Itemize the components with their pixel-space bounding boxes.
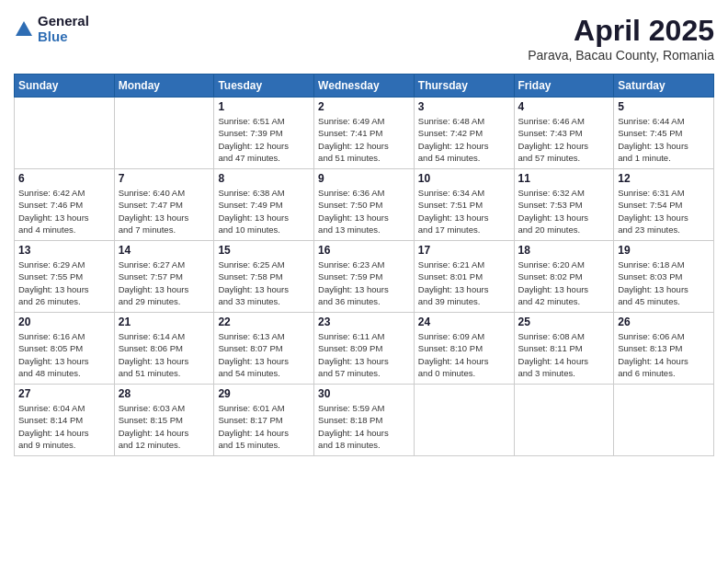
- day-number: 17: [418, 244, 510, 257]
- calendar-cell: 14Sunrise: 6:27 AM Sunset: 7:57 PM Dayli…: [114, 241, 214, 313]
- calendar-cell: 4Sunrise: 6:46 AM Sunset: 7:43 PM Daylig…: [514, 98, 614, 169]
- day-number: 28: [119, 387, 210, 400]
- day-number: 11: [518, 172, 610, 185]
- day-info: Sunrise: 6:34 AM Sunset: 7:51 PM Dayligh…: [418, 187, 510, 236]
- day-number: 16: [318, 244, 410, 257]
- week-row-2: 6Sunrise: 6:42 AM Sunset: 7:46 PM Daylig…: [15, 169, 714, 241]
- day-info: Sunrise: 6:48 AM Sunset: 7:42 PM Dayligh…: [418, 115, 510, 164]
- day-info: Sunrise: 6:04 AM Sunset: 8:14 PM Dayligh…: [18, 402, 110, 451]
- calendar-cell: 5Sunrise: 6:44 AM Sunset: 7:45 PM Daylig…: [614, 98, 714, 169]
- page-header: General Blue April 2025 Parava, Bacau Co…: [14, 14, 714, 63]
- day-number: 22: [218, 316, 310, 328]
- week-row-5: 27Sunrise: 6:04 AM Sunset: 8:14 PM Dayli…: [15, 385, 714, 456]
- month-title: April 2025: [528, 14, 714, 48]
- calendar-cell: 15Sunrise: 6:25 AM Sunset: 7:58 PM Dayli…: [214, 241, 314, 313]
- day-number: 1: [218, 100, 310, 113]
- day-info: Sunrise: 6:21 AM Sunset: 8:01 PM Dayligh…: [418, 259, 510, 307]
- day-info: Sunrise: 6:06 AM Sunset: 8:13 PM Dayligh…: [618, 330, 710, 379]
- calendar-table: SundayMondayTuesdayWednesdayThursdayFrid…: [14, 74, 714, 456]
- calendar-cell: 12Sunrise: 6:31 AM Sunset: 7:54 PM Dayli…: [614, 169, 714, 241]
- day-number: 12: [618, 172, 710, 185]
- logo-general-text: General: [38, 14, 89, 29]
- day-info: Sunrise: 6:03 AM Sunset: 8:15 PM Dayligh…: [119, 402, 210, 451]
- logo-icon: [14, 19, 34, 40]
- calendar-cell: 7Sunrise: 6:40 AM Sunset: 7:47 PM Daylig…: [114, 169, 214, 241]
- week-row-4: 20Sunrise: 6:16 AM Sunset: 8:05 PM Dayli…: [15, 313, 714, 385]
- day-info: Sunrise: 6:18 AM Sunset: 8:03 PM Dayligh…: [618, 259, 710, 307]
- calendar-cell: 6Sunrise: 6:42 AM Sunset: 7:46 PM Daylig…: [15, 169, 115, 241]
- calendar-cell: 2Sunrise: 6:49 AM Sunset: 7:41 PM Daylig…: [314, 98, 415, 169]
- week-row-3: 13Sunrise: 6:29 AM Sunset: 7:55 PM Dayli…: [15, 241, 714, 313]
- day-info: Sunrise: 6:46 AM Sunset: 7:43 PM Dayligh…: [518, 115, 610, 164]
- day-info: Sunrise: 6:38 AM Sunset: 7:49 PM Dayligh…: [218, 187, 310, 236]
- calendar-cell: [614, 385, 714, 456]
- day-number: 25: [518, 316, 610, 328]
- calendar-cell: 20Sunrise: 6:16 AM Sunset: 8:05 PM Dayli…: [15, 313, 115, 385]
- day-number: 9: [318, 172, 410, 185]
- calendar-cell: 29Sunrise: 6:01 AM Sunset: 8:17 PM Dayli…: [214, 385, 314, 456]
- day-number: 6: [18, 172, 110, 185]
- calendar-cell: 10Sunrise: 6:34 AM Sunset: 7:51 PM Dayli…: [414, 169, 514, 241]
- day-number: 27: [18, 387, 110, 400]
- calendar-cell: 18Sunrise: 6:20 AM Sunset: 8:02 PM Dayli…: [514, 241, 614, 313]
- calendar-cell: 16Sunrise: 6:23 AM Sunset: 7:59 PM Dayli…: [314, 241, 415, 313]
- calendar-cell: 9Sunrise: 6:36 AM Sunset: 7:50 PM Daylig…: [314, 169, 415, 241]
- location: Parava, Bacau County, Romania: [528, 48, 714, 63]
- day-info: Sunrise: 6:09 AM Sunset: 8:10 PM Dayligh…: [418, 330, 510, 379]
- day-info: Sunrise: 6:16 AM Sunset: 8:05 PM Dayligh…: [18, 330, 110, 379]
- day-header-saturday: Saturday: [614, 75, 714, 98]
- day-number: 20: [18, 316, 110, 328]
- title-section: April 2025 Parava, Bacau County, Romania: [528, 14, 714, 63]
- day-number: 5: [618, 100, 710, 113]
- logo: General Blue: [14, 14, 89, 44]
- calendar-header-row: SundayMondayTuesdayWednesdayThursdayFrid…: [15, 75, 714, 98]
- calendar-cell: 13Sunrise: 6:29 AM Sunset: 7:55 PM Dayli…: [15, 241, 115, 313]
- day-header-tuesday: Tuesday: [214, 75, 314, 98]
- calendar-cell: 23Sunrise: 6:11 AM Sunset: 8:09 PM Dayli…: [314, 313, 415, 385]
- day-header-thursday: Thursday: [414, 75, 514, 98]
- day-info: Sunrise: 6:20 AM Sunset: 8:02 PM Dayligh…: [518, 259, 610, 307]
- calendar-cell: 26Sunrise: 6:06 AM Sunset: 8:13 PM Dayli…: [614, 313, 714, 385]
- calendar-cell: 21Sunrise: 6:14 AM Sunset: 8:06 PM Dayli…: [114, 313, 214, 385]
- calendar-cell: 25Sunrise: 6:08 AM Sunset: 8:11 PM Dayli…: [514, 313, 614, 385]
- day-info: Sunrise: 6:49 AM Sunset: 7:41 PM Dayligh…: [318, 115, 410, 164]
- day-info: Sunrise: 6:51 AM Sunset: 7:39 PM Dayligh…: [218, 115, 310, 164]
- calendar-cell: 24Sunrise: 6:09 AM Sunset: 8:10 PM Dayli…: [414, 313, 514, 385]
- day-number: 30: [318, 387, 410, 400]
- day-number: 21: [119, 316, 210, 328]
- day-info: Sunrise: 6:25 AM Sunset: 7:58 PM Dayligh…: [218, 259, 310, 307]
- calendar-cell: 28Sunrise: 6:03 AM Sunset: 8:15 PM Dayli…: [114, 385, 214, 456]
- day-number: 4: [518, 100, 610, 113]
- calendar-cell: 17Sunrise: 6:21 AM Sunset: 8:01 PM Dayli…: [414, 241, 514, 313]
- day-number: 13: [18, 244, 110, 257]
- calendar-cell: 30Sunrise: 5:59 AM Sunset: 8:18 PM Dayli…: [314, 385, 415, 456]
- day-header-wednesday: Wednesday: [314, 75, 415, 98]
- calendar-cell: [15, 98, 115, 169]
- day-number: 18: [518, 244, 610, 257]
- calendar-cell: [114, 98, 214, 169]
- day-number: 2: [318, 100, 410, 113]
- day-number: 3: [418, 100, 510, 113]
- day-header-friday: Friday: [514, 75, 614, 98]
- day-number: 19: [618, 244, 710, 257]
- day-info: Sunrise: 5:59 AM Sunset: 8:18 PM Dayligh…: [318, 402, 410, 451]
- calendar-cell: 1Sunrise: 6:51 AM Sunset: 7:39 PM Daylig…: [214, 98, 314, 169]
- day-header-sunday: Sunday: [15, 75, 115, 98]
- day-number: 14: [119, 244, 210, 257]
- day-info: Sunrise: 6:29 AM Sunset: 7:55 PM Dayligh…: [18, 259, 110, 307]
- calendar-cell: 3Sunrise: 6:48 AM Sunset: 7:42 PM Daylig…: [414, 98, 514, 169]
- calendar-cell: 11Sunrise: 6:32 AM Sunset: 7:53 PM Dayli…: [514, 169, 614, 241]
- day-info: Sunrise: 6:40 AM Sunset: 7:47 PM Dayligh…: [119, 187, 210, 236]
- day-info: Sunrise: 6:13 AM Sunset: 8:07 PM Dayligh…: [218, 330, 310, 379]
- day-number: 8: [218, 172, 310, 185]
- calendar-cell: [514, 385, 614, 456]
- day-info: Sunrise: 6:42 AM Sunset: 7:46 PM Dayligh…: [18, 187, 110, 236]
- day-info: Sunrise: 6:27 AM Sunset: 7:57 PM Dayligh…: [119, 259, 210, 307]
- day-number: 29: [218, 387, 310, 400]
- day-info: Sunrise: 6:11 AM Sunset: 8:09 PM Dayligh…: [318, 330, 410, 379]
- day-header-monday: Monday: [114, 75, 214, 98]
- calendar-cell: 27Sunrise: 6:04 AM Sunset: 8:14 PM Dayli…: [15, 385, 115, 456]
- week-row-1: 1Sunrise: 6:51 AM Sunset: 7:39 PM Daylig…: [15, 98, 714, 169]
- day-info: Sunrise: 6:08 AM Sunset: 8:11 PM Dayligh…: [518, 330, 610, 379]
- calendar-cell: 22Sunrise: 6:13 AM Sunset: 8:07 PM Dayli…: [214, 313, 314, 385]
